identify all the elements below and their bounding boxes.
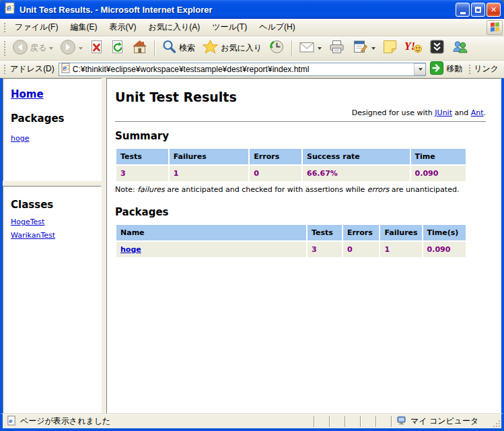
forward-icon: [60, 39, 76, 58]
status-message: ページが表示されました: [20, 416, 110, 427]
note-text: Note:: [115, 185, 137, 194]
summary-heading: Summary: [115, 130, 486, 142]
sidebar: Home Packages hoge Classes HogeTest Wari…: [3, 78, 102, 413]
favorites-star-icon: [202, 39, 219, 57]
stop-icon: [89, 39, 104, 57]
messenger-button[interactable]: [448, 38, 472, 59]
notes-button[interactable]: [379, 38, 401, 59]
frame-vertical-divider[interactable]: [102, 78, 106, 413]
package-hoge-link[interactable]: hoge: [120, 245, 141, 254]
back-label: 戻る: [30, 42, 46, 54]
package-errors-value: 0: [343, 242, 380, 257]
sidebar-class-link-warikantest[interactable]: WarikanTest: [11, 231, 94, 240]
summary-time-value: 0.090: [411, 166, 466, 181]
page-title: Unit Test Results: [115, 90, 486, 104]
main-frame: Unit Test Results Designed for use with …: [106, 78, 501, 413]
packages-table: Name Tests Errors Failures Time(s) hoge …: [115, 224, 467, 259]
summary-data-row: 3 1 0 66.67% 0.090: [116, 166, 466, 181]
stop-button[interactable]: [86, 38, 107, 59]
frame-horizontal-divider[interactable]: [3, 181, 102, 186]
packages-data-row: hoge 3 0 1 0.090: [116, 242, 466, 257]
refresh-icon: [110, 39, 124, 57]
junit-link[interactable]: JUnit: [435, 108, 452, 117]
resize-grip[interactable]: [492, 415, 501, 428]
edit-button[interactable]: [349, 38, 379, 59]
my-computer-icon: [397, 416, 407, 427]
menu-bar: ファイル(F) 編集(E) 表示(V) お気に入り(A) ツール(T) ヘルプ(…: [0, 19, 504, 36]
designed-period: .: [484, 108, 487, 117]
designed-text: Designed for use with: [352, 108, 435, 117]
packages-header-row: Name Tests Errors Failures Time(s): [116, 225, 466, 240]
back-button[interactable]: 戻る: [9, 38, 57, 59]
summary-col-time: Time: [411, 149, 466, 164]
yahoo-button[interactable]: Y!: [401, 38, 426, 59]
sidebar-top-frame: Home Packages hoge: [3, 78, 102, 181]
links-grip[interactable]: [468, 63, 471, 75]
menu-tools[interactable]: ツール(T): [206, 18, 253, 36]
close-button[interactable]: ✕: [487, 3, 501, 17]
address-dropdown-button[interactable]: [414, 63, 425, 75]
refresh-button[interactable]: [107, 38, 128, 59]
toolbar-grip[interactable]: [3, 40, 6, 57]
sidebar-home-link[interactable]: Home: [11, 88, 44, 100]
status-message-panel: e ページが表示されました: [7, 416, 314, 428]
ant-link[interactable]: Ant: [471, 108, 484, 117]
status-page-icon: e: [7, 416, 17, 428]
menu-file[interactable]: ファイル(F): [9, 18, 64, 36]
sidebar-class-link-hogetest[interactable]: HogeTest: [11, 218, 94, 226]
favorites-button[interactable]: お気に入り: [199, 38, 265, 59]
status-panel: [345, 416, 360, 427]
summary-errors-value: 0: [250, 166, 301, 181]
status-panel: [375, 416, 391, 427]
package-time-value: 0.090: [423, 242, 466, 257]
security-zone-label: マイ コンピュータ: [410, 416, 478, 427]
search-icon: [161, 39, 177, 57]
note-errors-italic: errors: [367, 185, 389, 194]
packages-heading: Packages: [115, 206, 486, 218]
address-label: アドレス(D): [10, 63, 55, 75]
forward-button[interactable]: [57, 38, 86, 59]
status-panel: [360, 416, 375, 427]
package-failures-value: 1: [380, 242, 421, 257]
summary-success-rate-value: 66.67%: [303, 166, 410, 181]
status-panel: [329, 416, 345, 427]
forward-dropdown-icon[interactable]: [79, 47, 83, 50]
go-button[interactable]: 移動: [426, 61, 466, 77]
home-icon: [131, 39, 148, 57]
menu-edit[interactable]: 編集(E): [64, 18, 103, 36]
horizontal-rule: [115, 121, 486, 122]
note-text: are unanticipated.: [389, 185, 459, 194]
menu-view[interactable]: 表示(V): [103, 18, 142, 36]
summary-table: Tests Failures Errors Success rate Time …: [115, 147, 467, 183]
edit-dropdown-icon[interactable]: [371, 47, 375, 50]
minimize-button[interactable]: [456, 3, 470, 17]
mail-dropdown-icon[interactable]: [318, 47, 322, 50]
home-button[interactable]: [128, 38, 151, 59]
menubar-grip[interactable]: [3, 22, 6, 34]
browser-window: e Unit Test Results. - Microsoft Interne…: [0, 0, 504, 431]
mail-button[interactable]: [295, 38, 325, 59]
menu-favorites[interactable]: お気に入り(A): [142, 18, 206, 36]
search-button[interactable]: 検索: [158, 38, 199, 59]
history-button[interactable]: [265, 38, 289, 59]
windows-logo-icon: [487, 20, 503, 35]
addressbar-grip[interactable]: [3, 63, 6, 75]
sidebar-package-link-hoge[interactable]: hoge: [11, 134, 29, 143]
favorites-label: お気に入り: [221, 42, 262, 54]
print-button[interactable]: [325, 38, 349, 59]
maximize-button[interactable]: [471, 3, 485, 17]
window-title: Unit Test Results. - Microsoft Internet …: [20, 5, 456, 15]
go-label: 移動: [446, 63, 462, 75]
sidebar-classes-heading: Classes: [11, 199, 94, 211]
address-input[interactable]: [71, 64, 414, 75]
summary-col-success-rate: Success rate: [303, 149, 410, 164]
addon-chevrons-button[interactable]: [426, 38, 448, 59]
browser-viewport: Home Packages hoge Classes HogeTest Wari…: [0, 78, 504, 413]
address-bar: アドレス(D) e 移動 リンク: [0, 61, 504, 78]
search-label: 検索: [179, 42, 195, 54]
packages-col-failures: Failures: [380, 225, 421, 240]
mail-icon: [299, 40, 315, 57]
menu-help[interactable]: ヘルプ(H): [253, 18, 301, 36]
back-dropdown-icon[interactable]: [49, 47, 53, 50]
links-label[interactable]: リンク: [474, 63, 499, 75]
